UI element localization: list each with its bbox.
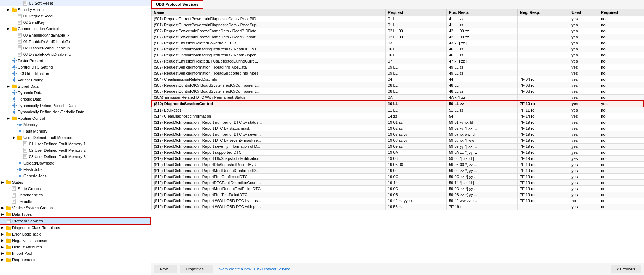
table-row[interactable]: ($04) ClearEmissionRelatedDiagInfo04447F… <box>151 76 644 82</box>
tree-item-error-code-table[interactable]: ▶Error Code Table <box>0 231 151 237</box>
table-container[interactable]: Name Request Pos. Resp. Neg. Resp. Used … <box>151 9 644 263</box>
svg-rect-117 <box>12 186 16 191</box>
properties-button[interactable]: Properties... <box>180 265 213 273</box>
tree-item-disable-rx-disable-tx[interactable]: 03 DisableRxAndDisableTx <box>0 51 151 58</box>
tree-item-variant-coding[interactable]: Variant Coding <box>0 77 151 83</box>
tree-item-states[interactable]: ▶States <box>0 179 151 185</box>
previous-button[interactable]: < Previous <box>611 265 641 273</box>
tree-icon-folder <box>11 26 17 32</box>
tree-item-flash-jobs[interactable]: Flash Jobs <box>0 166 151 173</box>
tree-item-enable-rx-disable-tx[interactable]: 01 EnableRxAndDisableTx <box>0 38 151 45</box>
tree-item-diagnostic-class[interactable]: ▶Diagnostic Class Templates <box>0 225 151 231</box>
tree-item-disable-rx-enable-tx[interactable]: 02 DisableRxAndEnableTx <box>0 45 151 51</box>
table-cell: yes <box>569 46 599 52</box>
tree-item-enable-rx-tx[interactable]: 00 EnableRxAndEnableTx <box>0 32 151 38</box>
tree-item-generic-jobs[interactable]: Generic Jobs <box>0 173 151 179</box>
table-row[interactable]: ($09) RequestVehicleInformation - ReadIn… <box>151 64 644 70</box>
table-row[interactable]: ($08) RequestControlOfOnBoardSystemTestO… <box>151 82 644 88</box>
table-row[interactable]: ($19) ReadDtcInformation - ReportMostRec… <box>151 168 644 174</box>
create-protocol-service-link[interactable]: How to create a new UDS Protocol Service <box>216 267 290 271</box>
table-row[interactable]: ($19) ReadDtcInformation - Report WWH-OB… <box>151 204 644 210</box>
tree-label-stored-data: Stored Data <box>18 84 39 88</box>
table-cell: 7F 19 rc <box>518 168 569 174</box>
tree-item-dyn-periodic[interactable]: Dynamically Define Periodic Data <box>0 102 151 109</box>
table-row[interactable]: ($14) ClearDiagnosticInformation14 zz547… <box>151 113 644 119</box>
table-row[interactable]: ($19) ReadDtcInformation - ReportDtcSnap… <box>151 162 644 168</box>
tree-icon-doc <box>11 192 17 198</box>
tree-item-fault-memory[interactable]: Fault Memory <box>0 128 151 134</box>
table-cell <box>518 95 569 101</box>
tree-item-dependencies[interactable]: Dependencies <box>0 192 151 198</box>
table-cell: ($06) RequestOnboardMonitoringTestResult… <box>151 52 386 58</box>
tree-item-protocol-services[interactable]: Protocol Services <box>0 217 151 225</box>
table-cell: no <box>599 95 644 101</box>
tree-item-soft-reset[interactable]: 03 Soft Reset <box>0 0 151 6</box>
table-cell: ($0A) Emission-Related DTC With Permanen… <box>151 95 386 101</box>
tree-item-request-seed[interactable]: 01 RequestSeed <box>0 13 151 19</box>
table-cell: 59 05 00 *[ zz ... <box>447 162 518 168</box>
table-row[interactable]: ($19) ReadDtcInformation - Report number… <box>151 119 644 125</box>
tree-item-user-fault-memories[interactable]: ▶User Defined Fault Memories <box>0 134 151 141</box>
table-row[interactable]: ($01) RequestCurrentPowertrainDiagnostic… <box>151 16 644 22</box>
table-cell: no <box>599 192 644 198</box>
tab-uds-protocol-services[interactable]: UDS Protocol Services <box>151 0 203 9</box>
table-cell: ($02) RequestPowertrainFreezeFrameData -… <box>151 34 386 40</box>
table-row[interactable]: ($09) RequestVehicleInformation - ReadSu… <box>151 70 644 76</box>
svg-point-100 <box>19 162 21 164</box>
table-row[interactable]: ($02) RequestPowertrainFreezeFrameData -… <box>151 28 644 34</box>
table-row[interactable]: ($03) RequestEmissionRelatedPowertrainDT… <box>151 40 644 46</box>
table-row[interactable]: ($19) ReadDtcInformation - Report DTC by… <box>151 138 644 144</box>
tree-item-security-access[interactable]: ▶Security Access <box>0 6 151 13</box>
svg-rect-44 <box>14 75 15 76</box>
table-cell: yes <box>569 180 599 186</box>
table-cell: 02 LL 00 <box>386 28 447 34</box>
table-row[interactable]: ($07) RequestEmissionRelatedDTCsDetected… <box>151 58 644 64</box>
tree-item-vehicle-system-groups[interactable]: ▶Vehicle System Groups <box>0 205 151 211</box>
table-row[interactable]: ($08) RequestControlOfOnBoardSystemTestO… <box>151 88 644 95</box>
tree-item-user-fault-3[interactable]: 03 User Defined Fault Memory 3 <box>0 153 151 160</box>
tree-item-tester-present[interactable]: Tester Present <box>0 58 151 64</box>
table-row[interactable]: ($19) ReadDtcInformation - ReportFirstCo… <box>151 174 644 180</box>
new-button[interactable]: New... <box>154 265 177 273</box>
table-row[interactable]: ($19) ReadDtcInformation - Report DTC by… <box>151 125 644 131</box>
tree-item-send-key[interactable]: 02 SendKey <box>0 19 151 26</box>
tree-item-stored-data[interactable]: ▶Stored Data <box>0 83 151 90</box>
table-row[interactable]: ($19) ReadDtcInformation - ReportFirstTe… <box>151 192 644 198</box>
tree-item-memory[interactable]: Memory <box>0 122 151 128</box>
table-row[interactable]: ($19) ReadDtcInformation - Report DtcSna… <box>151 156 644 162</box>
svg-rect-101 <box>20 161 20 162</box>
tree-item-data-types[interactable]: ▶Data Types <box>0 211 151 217</box>
tree-item-requirements[interactable]: ▶Requirements <box>0 257 151 263</box>
table-row[interactable]: ($19) ReadDtcInformation - Report WWH-OB… <box>151 198 644 204</box>
tree-item-control-dtc[interactable]: Control DTC Setting <box>0 64 151 70</box>
table-row[interactable]: ($06) RequestOnboardMonitoringTestResult… <box>151 46 644 52</box>
table-row[interactable]: ($11) EcuReset11 LL51 LL zz7F 11 rcyesno <box>151 107 644 113</box>
table-row[interactable]: ($06) RequestOnboardMonitoringTestResult… <box>151 52 644 58</box>
tree-item-comm-control[interactable]: ▶Communication Control <box>0 26 151 32</box>
table-row[interactable]: ($19) ReadDtcInformation - Report number… <box>151 131 644 138</box>
table-row[interactable]: ($10) DiagnosticSessionControl10 LL50 LL… <box>151 101 644 107</box>
tree-item-negative-responses[interactable]: ▶Negative Responses <box>0 237 151 244</box>
tree-item-routine-control[interactable]: ▶Routine Control <box>0 115 151 122</box>
tree-item-upload-download[interactable]: Upload/Download <box>0 160 151 166</box>
table-row[interactable]: ($19) ReadDtcInformation - Report suppor… <box>151 150 644 156</box>
tree-item-default-attributes[interactable]: ▶Default Attributes <box>0 244 151 250</box>
tree-label-generic-jobs: Generic Jobs <box>23 174 47 178</box>
table-row[interactable]: ($0A) Emission-Related DTC With Permanen… <box>151 95 644 101</box>
tree-item-dynamic-data[interactable]: Dynamic Data <box>0 90 151 96</box>
table-row[interactable]: ($19) ReadDtcInformation - ReportDTCFaul… <box>151 180 644 186</box>
table-row[interactable]: ($19) ReadDtcInformation - ReportMostRec… <box>151 186 644 192</box>
table-row[interactable]: ($01) RequestCurrentPowertrainDiagnostic… <box>151 22 644 28</box>
tree-item-user-fault-1[interactable]: 01 User Defined Fault Memory 1 <box>0 141 151 147</box>
svg-rect-77 <box>20 122 20 123</box>
table-row[interactable]: ($02) RequestPowertrainFreezeFrameData -… <box>151 34 644 40</box>
tree-item-defaults[interactable]: Defaults <box>0 198 151 205</box>
table-cell: 59 0C zz *[ yy ... <box>447 174 518 180</box>
table-row[interactable]: ($19) ReadDtcInformation - Report severi… <box>151 144 644 150</box>
tree-item-import-pool[interactable]: ▶Import Pool <box>0 250 151 257</box>
tree-item-user-fault-2[interactable]: 02 User Defined Fault Memory 2 <box>0 147 151 153</box>
tree-item-dyn-non-periodic[interactable]: Dynamically Define Non-Periodic Data <box>0 109 151 115</box>
tree-item-state-groups[interactable]: State Groups <box>0 185 151 192</box>
tree-item-ecu-id[interactable]: ECU Identification <box>0 70 151 77</box>
tree-item-periodic-data[interactable]: Periodic Data <box>0 96 151 102</box>
